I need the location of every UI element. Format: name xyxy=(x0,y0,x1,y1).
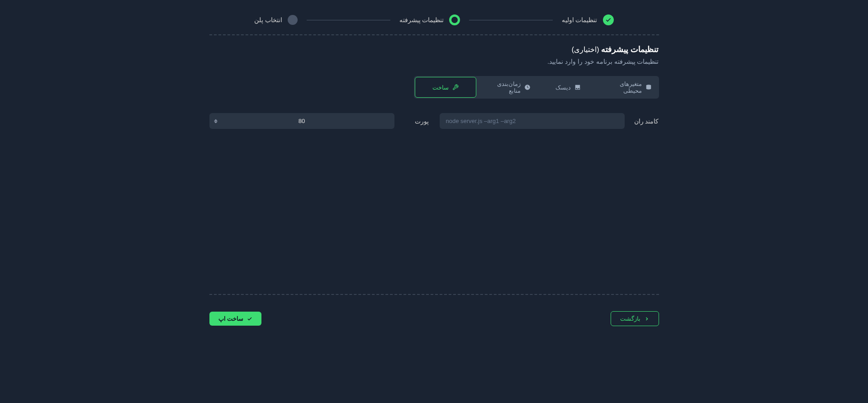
step-separator xyxy=(469,20,552,20)
step-separator xyxy=(307,20,390,20)
footer: بازگشت ساخت اپ xyxy=(209,304,659,326)
current-step-icon xyxy=(449,14,460,25)
step-label: تنظیمات اولیه xyxy=(562,16,598,24)
check-icon xyxy=(603,14,614,25)
content-area: کامند ران پورت xyxy=(209,113,659,285)
tab-schedule[interactable]: زمان‌بندی منابع xyxy=(477,76,538,99)
run-command-label: کامند ران xyxy=(632,118,659,125)
tab-label: ساخت xyxy=(432,84,449,91)
stepper: تنظیمات اولیه تنظیمات پیشرفته انتخاب پلن xyxy=(209,14,659,25)
pending-step-icon xyxy=(288,15,298,25)
port-input[interactable] xyxy=(209,113,394,129)
button-label: بازگشت xyxy=(620,315,640,322)
step-plan-selection[interactable]: انتخاب پلن xyxy=(254,15,298,25)
tab-label: متغیرهای محیطی xyxy=(606,81,642,94)
tab-env-vars[interactable]: متغیرهای محیطی xyxy=(598,76,659,99)
database-icon xyxy=(645,84,652,90)
step-label: انتخاب پلن xyxy=(254,16,282,24)
title-text: تنظیمات پیشرفته xyxy=(601,45,659,54)
chevron-right-icon xyxy=(644,316,650,322)
tab-label: دیسک xyxy=(555,84,571,91)
step-initial-settings[interactable]: تنظیمات اولیه xyxy=(562,14,614,25)
divider xyxy=(209,34,659,35)
tabs: متغیرهای محیطی دیسک زمان‌بندی منابع ساخت xyxy=(414,76,659,99)
create-app-button[interactable]: ساخت اپ xyxy=(209,312,262,326)
divider xyxy=(209,294,659,295)
step-advanced-settings[interactable]: تنظیمات پیشرفته xyxy=(399,14,460,25)
page-title: تنظیمات پیشرفته (اختیاری) xyxy=(209,44,659,54)
inbox-icon xyxy=(574,84,581,90)
tab-build[interactable]: ساخت xyxy=(415,77,476,98)
tab-disk[interactable]: دیسک xyxy=(538,76,598,99)
back-button[interactable]: بازگشت xyxy=(611,311,659,326)
check-icon xyxy=(247,316,252,322)
tab-label: زمان‌بندی منابع xyxy=(484,81,521,94)
button-label: ساخت اپ xyxy=(218,315,244,322)
step-label: تنظیمات پیشرفته xyxy=(399,16,444,24)
port-label: پورت xyxy=(402,118,429,125)
wrench-icon xyxy=(452,84,459,90)
title-optional: (اختیاری) xyxy=(572,46,599,53)
page-subtitle: تنظیمات پیشرفته برنامه خود را وارد نمایی… xyxy=(209,58,659,65)
run-command-input[interactable] xyxy=(440,113,625,129)
clock-icon xyxy=(524,84,531,90)
